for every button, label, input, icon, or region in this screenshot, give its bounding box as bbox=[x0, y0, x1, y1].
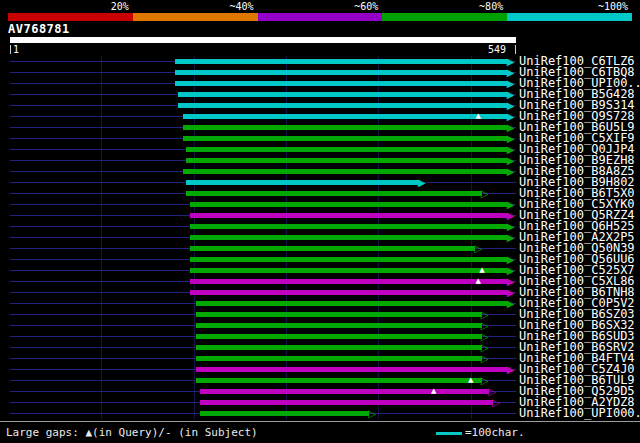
scale-segment bbox=[8, 13, 133, 21]
subject-extends-arrow-icon: ▷ bbox=[488, 386, 496, 397]
large-gaps-note: Large gaps: ▲(in Query)/- (in Subject) bbox=[6, 427, 258, 439]
scale-label: 20% bbox=[8, 2, 133, 12]
subject-extends-arrow-icon: ▷ bbox=[481, 375, 489, 386]
query-end-coordinate: 549 bbox=[488, 45, 506, 55]
query-gap-marker-icon: ▲ bbox=[479, 265, 484, 276]
query-gap-marker-icon: ▲ bbox=[431, 386, 436, 397]
query-gap-marker-icon: ▲ bbox=[475, 111, 480, 122]
query-gap-marker-icon: ▲ bbox=[468, 375, 473, 386]
subject-extends-arrow-icon: ▶ bbox=[507, 155, 515, 166]
blast-graphic-overview: 20%~40%~60%~80%~100% AV768781 1 549 ▶Uni… bbox=[0, 0, 640, 443]
alignment-bar[interactable] bbox=[175, 81, 507, 86]
identity-color-scale: 20%~40%~60%~80%~100% bbox=[8, 2, 632, 21]
alignment-bar[interactable] bbox=[183, 136, 508, 141]
subject-extends-arrow-icon: ▷ bbox=[481, 353, 489, 364]
alignment-bar[interactable] bbox=[196, 323, 482, 328]
alignment-bar[interactable] bbox=[178, 103, 508, 108]
scale-label: ~60% bbox=[258, 2, 383, 12]
query-name: AV768781 bbox=[8, 23, 70, 35]
subject-extends-arrow-icon: ▶ bbox=[507, 133, 515, 144]
alignment-bar[interactable] bbox=[183, 125, 508, 130]
alignment-bar[interactable] bbox=[196, 301, 508, 306]
length-scale-legend: =100char. bbox=[436, 427, 525, 439]
alignment-bar[interactable] bbox=[183, 169, 508, 174]
alignment-bar[interactable] bbox=[190, 257, 508, 262]
alignment-bar[interactable] bbox=[196, 312, 482, 317]
alignment-bar[interactable] bbox=[175, 70, 507, 75]
alignment-bar[interactable] bbox=[200, 400, 493, 405]
subject-extends-arrow-icon: ▶ bbox=[507, 298, 515, 309]
subject-extends-arrow-icon: ▷ bbox=[368, 408, 376, 419]
subject-extends-arrow-icon: ▶ bbox=[507, 67, 515, 78]
alignment-bar[interactable] bbox=[190, 224, 508, 229]
subject-extends-arrow-icon: ▶ bbox=[507, 232, 515, 243]
subject-extends-arrow-icon: ▶ bbox=[507, 122, 515, 133]
scale-labels: 20%~40%~60%~80%~100% bbox=[8, 2, 632, 12]
alignment-bar[interactable] bbox=[190, 213, 508, 218]
query-end-tick bbox=[515, 45, 516, 54]
alignment-bar[interactable] bbox=[186, 180, 419, 185]
query-bar bbox=[10, 37, 516, 43]
length-scale-line bbox=[436, 432, 462, 435]
alignment-bar[interactable] bbox=[196, 334, 482, 339]
alignment-bar[interactable] bbox=[178, 92, 508, 97]
subject-extends-arrow-icon: ▶ bbox=[507, 221, 515, 232]
scale-segment bbox=[133, 13, 258, 21]
scale-label: ~80% bbox=[382, 2, 507, 12]
alignment-bar[interactable] bbox=[200, 389, 489, 394]
subject-extends-arrow-icon: ▶ bbox=[507, 166, 515, 177]
subject-extends-arrow-icon: ▷ bbox=[481, 309, 489, 320]
subject-extends-arrow-icon: ▶ bbox=[507, 144, 515, 155]
alignment-row: ▷UniRef100_UPI000.. bbox=[0, 408, 640, 419]
scale-bar bbox=[8, 13, 632, 21]
query-start-tick bbox=[10, 45, 11, 54]
alignment-bar[interactable] bbox=[190, 279, 508, 284]
alignment-bar[interactable] bbox=[190, 202, 508, 207]
subject-extends-arrow-icon: ▷ bbox=[481, 188, 489, 199]
alignment-bar[interactable] bbox=[196, 378, 482, 383]
alignment-rows: ▶UniRef100_C6TLZ6▶UniRef100_C6TBQ8▶UniRe… bbox=[0, 56, 640, 419]
alignment-bar[interactable] bbox=[190, 235, 508, 240]
hit-label[interactable]: UniRef100_UPI000.. bbox=[519, 408, 640, 419]
subject-extends-arrow-icon: ▷ bbox=[481, 342, 489, 353]
subject-extends-arrow-icon: ▶ bbox=[418, 177, 426, 188]
subject-extends-arrow-icon: ▷ bbox=[474, 243, 482, 254]
scale-segment bbox=[382, 13, 507, 21]
subject-extends-arrow-icon: ▷ bbox=[481, 320, 489, 331]
scale-segment bbox=[507, 13, 632, 21]
subject-extends-arrow-icon: ▶ bbox=[507, 111, 515, 122]
alignment-bar[interactable] bbox=[200, 411, 369, 416]
subject-extends-arrow-icon: ▶ bbox=[507, 199, 515, 210]
query-start-coordinate: 1 bbox=[13, 45, 19, 55]
subject-extends-arrow-icon: ▶ bbox=[507, 254, 515, 265]
subject-extends-arrow-icon: ▶ bbox=[507, 56, 515, 67]
footer-legend: Large gaps: ▲(in Query)/- (in Subject) =… bbox=[0, 421, 640, 443]
alignment-bar[interactable] bbox=[196, 345, 482, 350]
alignment-bar[interactable] bbox=[186, 191, 481, 196]
subject-extends-arrow-icon: ▶ bbox=[507, 364, 515, 375]
subject-extends-arrow-icon: ▶ bbox=[507, 89, 515, 100]
subject-extends-arrow-icon: ▶ bbox=[507, 78, 515, 89]
scale-label: ~40% bbox=[133, 2, 258, 12]
alignment-bar[interactable] bbox=[190, 268, 508, 273]
query-gap-marker-icon: ▲ bbox=[475, 276, 480, 287]
subject-extends-arrow-icon: ▶ bbox=[507, 100, 515, 111]
subject-extends-arrow-icon: ▶ bbox=[507, 287, 515, 298]
alignment-bar[interactable] bbox=[190, 246, 475, 251]
subject-extends-arrow-icon: ▶ bbox=[507, 265, 515, 276]
alignment-bar[interactable] bbox=[186, 158, 507, 163]
subject-extends-arrow-icon: ▶ bbox=[507, 276, 515, 287]
alignment-bar[interactable] bbox=[196, 367, 508, 372]
alignment-bar[interactable] bbox=[183, 114, 508, 119]
alignment-bar[interactable] bbox=[186, 147, 507, 152]
alignment-bar[interactable] bbox=[190, 290, 508, 295]
subject-extends-arrow-icon: ▷ bbox=[481, 331, 489, 342]
alignment-bar[interactable] bbox=[196, 356, 482, 361]
subject-extends-arrow-icon: ▶ bbox=[507, 210, 515, 221]
scale-label: ~100% bbox=[507, 2, 632, 12]
subject-extends-arrow-icon: ▷ bbox=[492, 397, 500, 408]
alignment-bar[interactable] bbox=[175, 59, 507, 64]
scale-segment bbox=[258, 13, 383, 21]
length-scale-label: =100char. bbox=[465, 426, 525, 439]
